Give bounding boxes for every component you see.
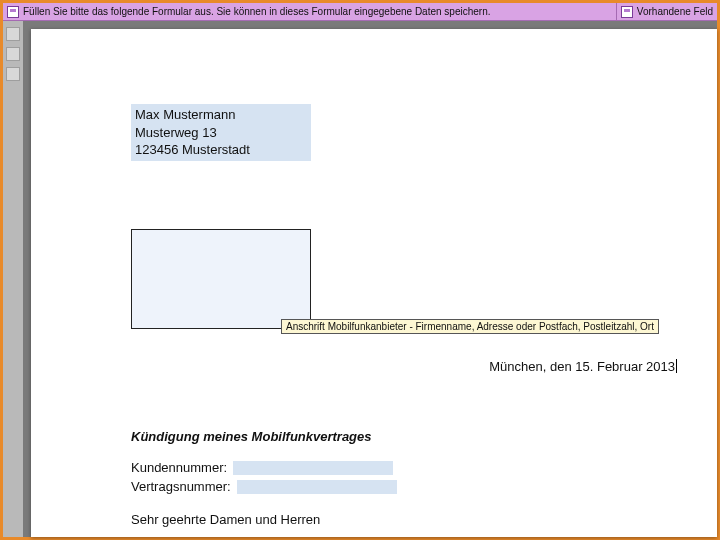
tool-icon[interactable]: [6, 27, 20, 41]
recipient-address-field[interactable]: [131, 229, 311, 329]
sender-city: 123456 Musterstadt: [135, 141, 307, 159]
kundennummer-label: Kundennummer:: [131, 459, 227, 478]
form-icon: [621, 6, 633, 18]
tool-icon[interactable]: [6, 47, 20, 61]
highlight-fields-label: Vorhandene Feld: [637, 6, 713, 17]
document-viewport: Max Mustermann Musterweg 13 123456 Muste…: [23, 21, 717, 537]
place-date-line[interactable]: München, den 15. Februar 2013: [489, 359, 677, 374]
form-notification-bar: Füllen Sie bitte das folgende Formular a…: [3, 3, 717, 21]
left-toolbar: [3, 21, 23, 537]
notification-text: Füllen Sie bitte das folgende Formular a…: [23, 6, 491, 17]
vertragsnummer-field[interactable]: [237, 480, 397, 494]
app-frame: Füllen Sie bitte das folgende Formular a…: [0, 0, 720, 540]
field-tooltip: Anschrift Mobilfunkanbieter - Firmenname…: [281, 319, 659, 334]
sender-address-field[interactable]: Max Mustermann Musterweg 13 123456 Muste…: [131, 104, 311, 161]
sender-name: Max Mustermann: [135, 106, 307, 124]
kundennummer-row: Kundennummer:: [131, 459, 397, 478]
subject-line: Kündigung meines Mobilfunkvertrages: [131, 429, 372, 444]
sender-street: Musterweg 13: [135, 124, 307, 142]
form-icon: [7, 6, 19, 18]
letter-body: Kundennummer: Vertragsnummer: Sehr geehr…: [131, 459, 397, 530]
kundennummer-field[interactable]: [233, 461, 393, 475]
highlight-fields-button[interactable]: Vorhandene Feld: [616, 3, 717, 20]
vertragsnummer-label: Vertragsnummer:: [131, 478, 231, 497]
tool-icon[interactable]: [6, 67, 20, 81]
document-page: Max Mustermann Musterweg 13 123456 Muste…: [31, 29, 717, 537]
notification-left: Füllen Sie bitte das folgende Formular a…: [3, 6, 491, 18]
greeting-line: Sehr geehrte Damen und Herren: [131, 511, 397, 530]
vertragsnummer-row: Vertragsnummer:: [131, 478, 397, 497]
